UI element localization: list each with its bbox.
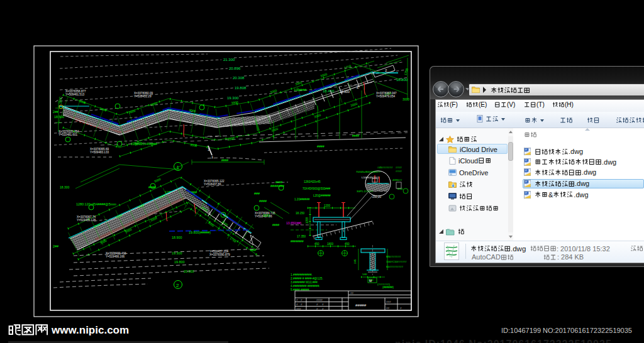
- svg-text:####: ####: [221, 158, 228, 162]
- svg-text:3000: 3000: [402, 97, 409, 101]
- svg-text:20.896: 20.896: [229, 67, 241, 70]
- svg-text:#45#######: #45#######: [377, 166, 393, 169]
- svg-text:30P1.2#####: 30P1.2#####: [357, 190, 374, 193]
- svg-text:1058: 1058: [306, 217, 309, 224]
- svg-text:1280:120x454####@5mm: 1280:120x454####@5mm: [76, 202, 116, 206]
- svg-text:100####: 100####: [294, 88, 306, 92]
- svg-text:###: ###: [296, 307, 301, 310]
- svg-text:19.800(#####): 19.800(#####): [189, 231, 211, 234]
- svg-text:2##: 2##: [53, 110, 58, 114]
- svg-text:###: ###: [250, 248, 256, 252]
- svg-text:18.800: 18.800: [396, 78, 408, 82]
- svg-text:19.300: 19.300: [227, 96, 239, 100]
- svg-text:####: ####: [396, 166, 402, 169]
- svg-text:1260/420x45: 1260/420x45: [304, 180, 321, 183]
- svg-text:##: ##: [386, 307, 389, 310]
- svg-text:3000: 3000: [263, 214, 270, 217]
- svg-text:####: ####: [396, 170, 402, 173]
- svg-text:70X45X900@500###: 70X45X900@500###: [303, 187, 330, 190]
- svg-text:3.####### M10,###.: 3.####### M10,###.: [291, 281, 318, 284]
- svg-text:450: 450: [314, 242, 319, 246]
- svg-text:450: 450: [345, 242, 350, 246]
- svg-text:2.##### # ####-#@125.: 2.##### # ####-#@125.: [291, 277, 323, 280]
- svg-text:2##: 2##: [53, 244, 58, 248]
- svg-text:####: ####: [317, 144, 325, 148]
- svg-text:1.20######: 1.20######: [294, 198, 310, 201]
- svg-text:#####: #####: [355, 303, 367, 307]
- svg-text:Y=509483.133: Y=509483.133: [90, 151, 109, 154]
- svg-text:M10: M10: [397, 187, 403, 190]
- svg-text:245: 245: [353, 259, 357, 264]
- svg-text:Y=516451.29: Y=516451.29: [134, 95, 152, 98]
- svg-text:140: 140: [362, 273, 367, 276]
- svg-text:####: ####: [275, 180, 282, 184]
- svg-text:1.###########.: 1.###########.: [291, 273, 313, 276]
- svg-text:L20@######: L20@######: [313, 194, 331, 197]
- svg-text:60#########: 60#########: [386, 265, 403, 268]
- svg-text:M: M: [369, 279, 372, 283]
- svg-text:####: ####: [272, 223, 279, 227]
- svg-text:Y=519466.166: Y=519466.166: [106, 255, 125, 258]
- svg-text:21.300: 21.300: [223, 58, 235, 62]
- svg-text:2000: 2000: [58, 97, 62, 104]
- svg-text:13.650(##): 13.650(##): [286, 221, 302, 225]
- svg-text:Y=509461.513: Y=509461.513: [65, 93, 84, 96]
- svg-text:Y=519455.128: Y=519455.128: [77, 219, 96, 222]
- svg-text:1280:120x45####: 1280:120x45####: [131, 142, 157, 146]
- svg-text:18.300: 18.300: [60, 185, 70, 189]
- svg-text:Y=510481.601: Y=510481.601: [58, 133, 77, 136]
- svg-text:19.800: 19.800: [174, 260, 185, 264]
- svg-text:4X90##: 4X90##: [392, 178, 402, 182]
- svg-text:1800: 1800: [327, 242, 334, 246]
- svg-text:Y=518437.86: Y=518437.86: [204, 183, 221, 186]
- svg-text:100#C10######: 100#C10######: [386, 260, 407, 263]
- svg-text:Y=509479.054: Y=509479.054: [376, 95, 395, 98]
- svg-text:M5#######: M5#######: [386, 255, 401, 258]
- svg-text:###: ###: [254, 192, 260, 195]
- svg-text:##: ##: [350, 291, 353, 295]
- svg-text:1200: 1200: [324, 204, 331, 207]
- svg-text:L100X45(10#): L100X45(10#): [362, 176, 379, 179]
- svg-text:18.900: 18.900: [172, 236, 182, 239]
- svg-text:17.350: 17.350: [297, 235, 306, 238]
- svg-text:250,20: 250,20: [372, 195, 381, 199]
- svg-text:2: 2: [176, 283, 179, 288]
- svg-text:X=3378390.879: X=3378390.879: [209, 253, 230, 256]
- svg-text:18.500: 18.500: [54, 115, 64, 119]
- svg-text:19.808: 19.808: [235, 86, 247, 90]
- svg-text:2: 2: [357, 85, 359, 89]
- svg-text:18.150: 18.150: [296, 212, 304, 215]
- svg-text:####: ####: [259, 199, 267, 203]
- svg-text:(######): (######): [382, 286, 394, 289]
- svg-text:20.308: 20.308: [233, 76, 245, 80]
- svg-text:###: ###: [386, 300, 391, 303]
- svg-text:########: ########: [291, 240, 304, 243]
- svg-text:70X45x900@500##: 70X45x900@500##: [356, 170, 380, 173]
- svg-text:4.######## #######.: 4.######## #######.: [291, 285, 320, 288]
- svg-text:####: ####: [316, 298, 323, 302]
- svg-text:####: ####: [352, 134, 359, 138]
